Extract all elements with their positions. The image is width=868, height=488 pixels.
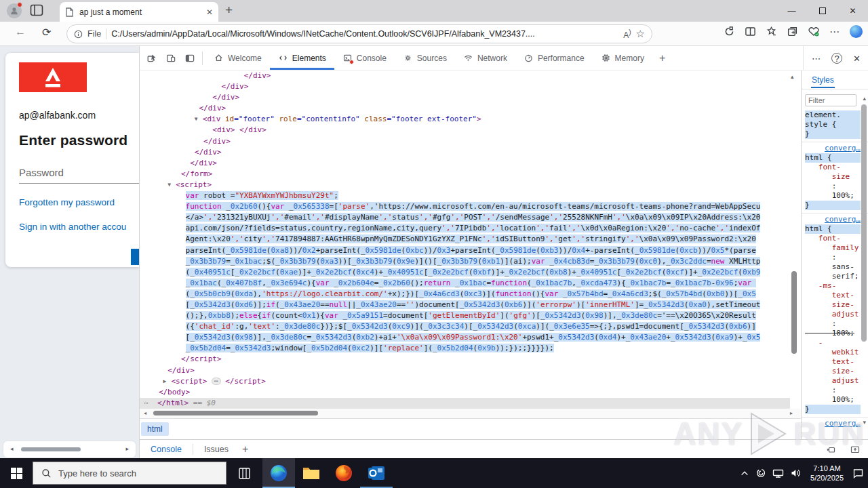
node-menu-icon[interactable]: ⋯ — [144, 399, 149, 407]
code-line[interactable]: var robot ="YXBAYWxmYWJhbmsuY29t"; — [140, 190, 801, 201]
stylesheet-link[interactable]: converg… — [805, 215, 861, 224]
collections-icon[interactable] — [787, 26, 798, 37]
style-line[interactable]: 100%; — [805, 329, 861, 338]
code-line[interactable]: ▶<script> ⋯ </script> — [140, 376, 801, 387]
code-line[interactable]: (_0x40951c[_0x2e2bcf(0xae)]+_0x2e2bcf(0x… — [140, 267, 801, 278]
copilot-icon[interactable] — [850, 25, 863, 38]
action-center-icon[interactable] — [852, 468, 864, 479]
scroll-right-icon[interactable]: ▸ — [125, 445, 129, 452]
devtools-tab-network[interactable]: Network — [455, 46, 515, 70]
style-line[interactable]: } — [805, 129, 861, 139]
new-tab-button[interactable]: + — [225, 3, 233, 18]
taskbar-edge-icon[interactable] — [262, 458, 295, 488]
drawer-add-icon[interactable]: + — [242, 443, 248, 455]
code-line[interactable]: parseInt(_0x5981de(0xa8))/0x2+parseInt(_… — [140, 245, 801, 256]
sign-in-button[interactable] — [131, 249, 139, 265]
code-line[interactable]: ();},0xbb8);else{if(count<0x1){var _0x5a… — [140, 310, 801, 321]
breadcrumb-html[interactable]: html — [141, 422, 169, 436]
code-line[interactable]: api.com/json/?fields=status,country,regi… — [140, 223, 801, 234]
style-line[interactable]: : — [805, 182, 861, 191]
tray-network-icon[interactable] — [772, 468, 784, 479]
tray-sync-icon[interactable] — [755, 468, 766, 479]
code-line[interactable]: </div> — [140, 92, 801, 103]
code-line[interactable]: </div> — [140, 81, 801, 92]
taskbar-explorer-icon[interactable] — [295, 458, 328, 488]
address-bar[interactable]: File C:/Users/admin/AppData/Local/Micros… — [66, 24, 652, 43]
window-minimize-button[interactable]: — — [776, 0, 807, 22]
style-line[interactable]: } — [805, 405, 861, 414]
devtools-tab-console[interactable]: Console — [334, 46, 395, 70]
code-line[interactable]: </div> — [140, 103, 801, 114]
split-screen-icon[interactable] — [745, 26, 756, 37]
devtools-tab-sources[interactable]: Sources — [395, 46, 455, 70]
favorite-star-icon[interactable]: ☆ — [636, 28, 645, 40]
scrollbar-thumb[interactable] — [791, 271, 797, 354]
forgot-password-link[interactable]: Forgotten my password — [19, 197, 115, 207]
browser-essentials-icon[interactable] — [808, 26, 820, 37]
code-line[interactable]: function _0x2b60(){var _0x565338=['parse… — [140, 201, 801, 212]
profile-avatar[interactable] — [7, 3, 22, 18]
style-line[interactable]: html { — [805, 153, 861, 163]
style-line[interactable]: size — [805, 172, 861, 182]
styles-filter-input[interactable] — [805, 94, 856, 106]
scrollbar-thumb[interactable] — [153, 411, 318, 415]
back-button[interactable]: ← — [15, 26, 26, 38]
tab-styles[interactable]: Styles — [811, 72, 835, 88]
devtools-close-icon[interactable]: ✕ — [853, 54, 861, 64]
code-line[interactable]: </div> — [140, 158, 801, 169]
style-line[interactable]: adjust — [805, 376, 861, 386]
inspect-icon[interactable] — [146, 53, 157, 64]
activity-bar-icon[interactable] — [184, 53, 195, 64]
style-line[interactable]: serif; — [805, 272, 861, 281]
style-line[interactable]: -ms- — [805, 281, 861, 291]
workspaces-icon[interactable] — [30, 4, 45, 18]
elements-horizontal-scrollbar[interactable]: ◂ ▸ — [140, 409, 801, 418]
style-line[interactable]: 100%; — [805, 191, 861, 201]
code-line[interactable]: [_0x5342d3(0x98)],_0x3de80c=_0x5342d3(0x… — [140, 332, 801, 343]
devtools-help-icon[interactable]: ? — [831, 53, 842, 64]
style-line[interactable]: font- — [805, 234, 861, 243]
taskbar-firefox-icon[interactable] — [328, 458, 360, 488]
code-line[interactable]: </div> — [140, 136, 801, 147]
drawer-tab-console[interactable]: Console — [151, 445, 182, 454]
taskbar-search-box[interactable]: Type here to search — [33, 462, 226, 485]
code-line[interactable]: ({'chat_id':g,'text':_0x3de80c})};$[_0x5… — [140, 321, 801, 332]
style-line[interactable]: - — [805, 338, 861, 348]
code-line[interactable]: [_0x5342d3(0xd6)];if(_0x43ae20==null||_0… — [140, 300, 801, 310]
style-line[interactable]: html { — [805, 224, 861, 234]
scroll-right-icon[interactable]: ▸ — [790, 410, 793, 416]
elements-tree[interactable]: </div> </div> </div> </div> ▼<div id="fo… — [140, 70, 801, 398]
styles-rules[interactable]: element.style {}converg…html { font- siz… — [802, 109, 868, 431]
url-text[interactable]: C:/Users/admin/AppData/Local/Microsoft/W… — [111, 29, 618, 39]
devtools-tab-performance[interactable]: Performance — [515, 46, 593, 70]
scroll-left-icon[interactable]: ◂ — [10, 445, 14, 452]
devtools-tab-elements[interactable]: Elements — [270, 46, 334, 70]
style-line[interactable]: adjust — [805, 310, 861, 319]
restore-dock-icon[interactable] — [825, 444, 836, 455]
tray-volume-icon[interactable] — [790, 468, 802, 479]
style-line[interactable]: : — [805, 319, 861, 329]
style-line[interactable]: element. — [805, 110, 861, 120]
code-line[interactable]: Agent:\x20','city','7417894887:AAGtHR68w… — [140, 234, 801, 245]
password-input[interactable]: Password — [19, 167, 64, 178]
refresh-button[interactable]: ⟳ — [42, 26, 51, 39]
style-line[interactable]: text- — [805, 357, 861, 367]
elements-vertical-scrollbar[interactable]: ▴ — [789, 70, 800, 398]
style-line[interactable]: } — [805, 201, 861, 210]
window-maximize-button[interactable] — [807, 0, 837, 22]
info-icon[interactable] — [74, 30, 83, 39]
code-line[interactable]: </a>','231321yBUXUj','#email','#displayN… — [140, 212, 801, 223]
scroll-up-icon[interactable]: ▴ — [863, 95, 866, 102]
style-line[interactable]: : — [805, 386, 861, 395]
devtools-tab-memory[interactable]: Memory — [593, 46, 652, 70]
start-button[interactable] — [0, 458, 33, 488]
task-view-button[interactable] — [228, 458, 260, 488]
scroll-up-icon[interactable]: ▴ — [791, 73, 794, 80]
device-toolbar-icon[interactable] — [165, 53, 176, 64]
code-line[interactable]: ▼<div id="footer" role="contentinfo" cla… — [140, 114, 801, 125]
favorites-hub-icon[interactable] — [766, 26, 777, 37]
style-line[interactable]: text- — [805, 291, 861, 300]
style-line[interactable]: sans- — [805, 262, 861, 272]
read-aloud-icon[interactable]: A) — [623, 28, 631, 40]
taskbar-clock[interactable]: 7:10 AM 5/20/2025 — [810, 464, 844, 483]
